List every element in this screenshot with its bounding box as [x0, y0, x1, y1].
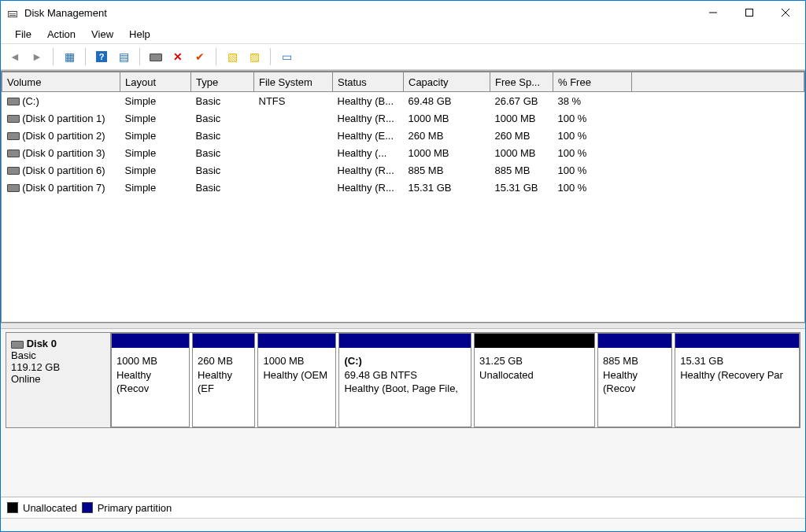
maximize-button[interactable]: [731, 1, 767, 24]
cell-status: Healthy (R...: [333, 179, 404, 196]
tree-icon: ▦: [65, 50, 75, 63]
cell-pctfree: 100 %: [553, 179, 632, 196]
menu-view[interactable]: View: [83, 27, 121, 42]
help-button[interactable]: ?: [92, 47, 111, 66]
cell-status: Healthy (B...: [333, 92, 404, 110]
volume-list[interactable]: Volume Layout Type File System Status Ca…: [1, 71, 805, 323]
partition[interactable]: 15.31 GBHealthy (Recovery Par: [675, 333, 800, 427]
table-header-row: Volume Layout Type File System Status Ca…: [2, 72, 804, 92]
volume-icon: [7, 150, 20, 157]
splitter[interactable]: [1, 323, 805, 329]
titlebar[interactable]: 🖴 Disk Management: [1, 1, 805, 24]
minimize-button[interactable]: [695, 1, 731, 24]
cell-capacity: 260 MB: [404, 127, 490, 144]
manage-button[interactable]: [146, 47, 165, 66]
partition-body: (C:)69.48 GB NTFSHealthy (Boot, Page Fil…: [339, 348, 471, 427]
cell-capacity: 15.31 GB: [404, 179, 490, 196]
partition-line1: 1000 MB: [116, 354, 184, 368]
partition[interactable]: 885 MBHealthy (Recov: [597, 333, 672, 427]
check-button[interactable]: ✔: [190, 47, 209, 66]
partition-bar: [193, 334, 254, 348]
partition-line2: Healthy (Boot, Page File,: [344, 382, 466, 396]
partition-line2: Unallocated: [479, 368, 590, 382]
col-fs[interactable]: File System: [254, 72, 333, 92]
legend-unallocated-swatch: [7, 502, 18, 513]
partition-line1: 260 MB: [198, 354, 250, 368]
partition[interactable]: (C:)69.48 GB NTFSHealthy (Boot, Page Fil…: [338, 333, 471, 427]
cell-layout: Simple: [120, 92, 191, 110]
col-volume[interactable]: Volume: [2, 72, 120, 92]
delete-button[interactable]: ✕: [168, 47, 187, 66]
properties-button[interactable]: ▭: [277, 47, 296, 66]
cell-layout: Simple: [120, 161, 191, 179]
menu-help[interactable]: Help: [121, 27, 158, 42]
menu-file[interactable]: File: [7, 27, 39, 42]
cell-free: 26.67 GB: [490, 92, 553, 110]
partition[interactable]: 1000 MBHealthy (OEM: [257, 333, 336, 427]
col-type[interactable]: Type: [191, 72, 254, 92]
table-row[interactable]: (C:)SimpleBasicNTFSHealthy (B...69.48 GB…: [2, 92, 804, 110]
cell-layout: Simple: [120, 144, 191, 161]
partition-body: 260 MBHealthy (EF: [193, 348, 254, 427]
partition-line2: Healthy (Recov: [116, 368, 184, 396]
partition-line2: Healthy (OEM: [263, 368, 331, 382]
cell-pctfree: 100 %: [553, 161, 632, 179]
col-pctfree[interactable]: % Free: [553, 72, 632, 92]
action-button-1[interactable]: ▧: [223, 47, 242, 66]
cell-status: Healthy (R...: [333, 109, 404, 127]
cell-free: 15.31 GB: [490, 179, 553, 196]
content-area: Volume Layout Type File System Status Ca…: [1, 70, 805, 518]
cell-type: Basic: [191, 144, 254, 161]
graphical-view: Disk 0 Basic 119.12 GB Online 1000 MBHea…: [1, 329, 805, 518]
disk-header[interactable]: Disk 0 Basic 119.12 GB Online: [6, 333, 111, 427]
toolbar-separator: [53, 48, 54, 65]
partition-line1: 1000 MB: [263, 354, 331, 368]
table-row[interactable]: (Disk 0 partition 6)SimpleBasicHealthy (…: [2, 161, 804, 179]
cell-type: Basic: [191, 92, 254, 110]
col-free[interactable]: Free Sp...: [490, 72, 553, 92]
partition[interactable]: 260 MBHealthy (EF: [192, 333, 255, 427]
disk-state: Online: [11, 373, 105, 385]
cell-pctfree: 100 %: [553, 109, 632, 127]
check-icon: ✔: [195, 50, 205, 63]
volume-icon: [7, 132, 20, 140]
toolbar: ◄ ► ▦ ? ▤ ✕ ✔ ▧ ▨ ▭: [1, 44, 805, 70]
col-capacity[interactable]: Capacity: [404, 72, 490, 92]
menu-action[interactable]: Action: [39, 27, 83, 42]
toolbar-separator: [139, 48, 140, 65]
toolbar-separator: [216, 48, 216, 65]
col-layout[interactable]: Layout: [120, 72, 191, 92]
cell-layout: Simple: [120, 127, 191, 144]
table-row[interactable]: (Disk 0 partition 3)SimpleBasicHealthy (…: [2, 144, 804, 161]
back-button[interactable]: ◄: [6, 47, 24, 66]
partition-label: (C:): [344, 354, 466, 368]
help-icon: ?: [96, 51, 107, 62]
cell-type: Basic: [191, 179, 254, 196]
refresh-button[interactable]: ▤: [114, 47, 133, 66]
table-row[interactable]: (Disk 0 partition 7)SimpleBasicHealthy (…: [2, 179, 804, 196]
forward-button[interactable]: ►: [28, 47, 46, 66]
volume-table: Volume Layout Type File System Status Ca…: [2, 72, 804, 196]
legend-primary-label: Primary partition: [98, 502, 172, 514]
col-blank[interactable]: [632, 72, 804, 92]
cell-capacity: 885 MB: [404, 161, 490, 179]
cell-capacity: 69.48 GB: [404, 92, 490, 110]
disk-row[interactable]: Disk 0 Basic 119.12 GB Online 1000 MBHea…: [6, 332, 800, 428]
show-hide-tree-button[interactable]: ▦: [60, 47, 79, 66]
cell-fs: [254, 161, 333, 179]
cell-layout: Simple: [120, 179, 191, 196]
partition[interactable]: 31.25 GBUnallocated: [474, 333, 595, 427]
app-icon: 🖴: [7, 6, 20, 19]
cell-volume: (Disk 0 partition 6): [2, 161, 120, 179]
cell-fs: [254, 144, 333, 161]
cell-pctfree: 38 %: [553, 92, 632, 110]
action-button-2[interactable]: ▨: [245, 47, 264, 66]
table-row[interactable]: (Disk 0 partition 1)SimpleBasicHealthy (…: [2, 109, 804, 127]
partition[interactable]: 1000 MBHealthy (Recov: [111, 333, 190, 427]
table-row[interactable]: (Disk 0 partition 2)SimpleBasicHealthy (…: [2, 127, 804, 144]
col-status[interactable]: Status: [333, 72, 404, 92]
delete-icon: ✕: [173, 50, 183, 63]
disk-manage-icon: [150, 50, 162, 63]
close-button[interactable]: [767, 1, 804, 24]
cell-fs: [254, 179, 333, 196]
